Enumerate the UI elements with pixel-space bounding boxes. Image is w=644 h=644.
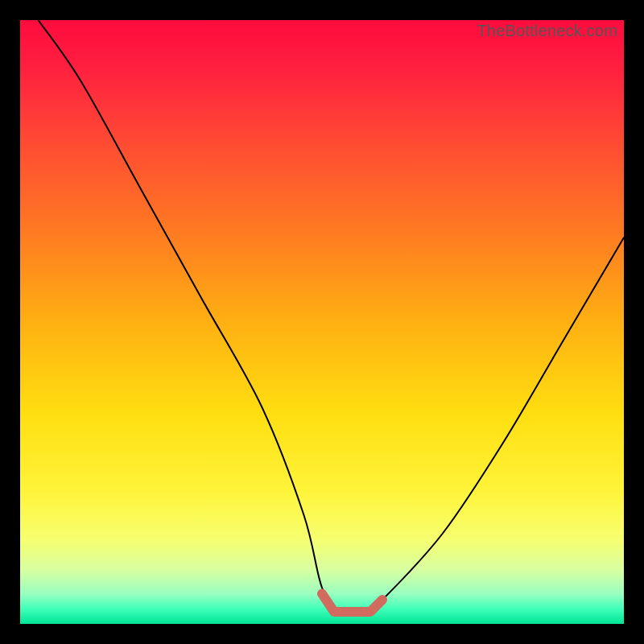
watermark-label: TheBottleneck.com <box>477 22 617 40</box>
plot-area: TheBottleneck.com <box>20 20 624 624</box>
chart-frame: TheBottleneck.com <box>0 0 644 644</box>
optimal-band-marker <box>322 594 382 613</box>
chart-svg <box>20 20 624 624</box>
bottleneck-curve <box>39 20 625 614</box>
